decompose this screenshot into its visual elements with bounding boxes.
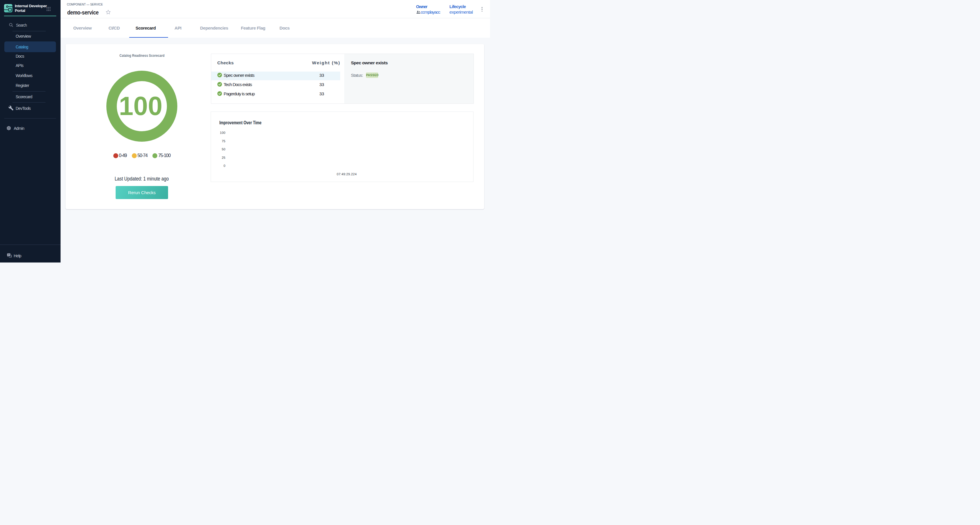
svg-text:?: ? — [8, 253, 9, 256]
